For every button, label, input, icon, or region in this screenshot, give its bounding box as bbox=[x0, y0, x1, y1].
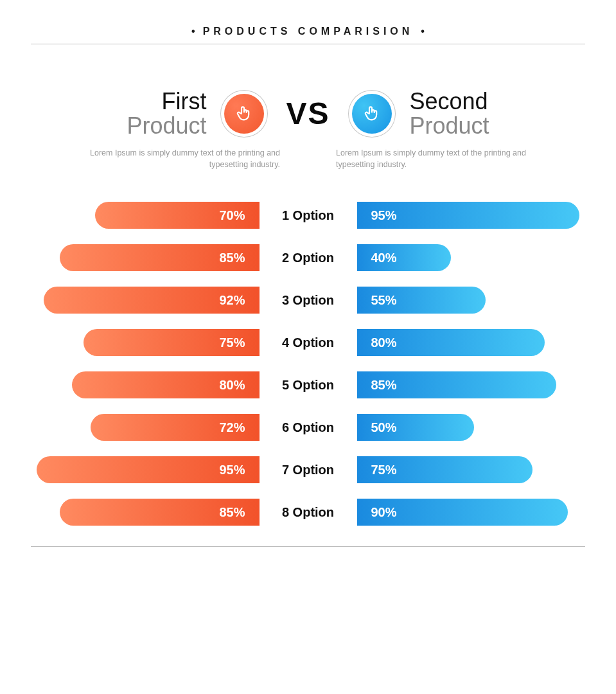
comparison-chart: 70%1 Option95%85%2 Option40%92%3 Option5… bbox=[31, 202, 585, 526]
comparison-row: 80%5 Option85% bbox=[31, 371, 585, 398]
product-left-badge bbox=[220, 90, 268, 138]
bar-slot-right: 90% bbox=[357, 499, 586, 526]
bar-left-value: 72% bbox=[219, 420, 245, 435]
bar-left: 85% bbox=[60, 499, 259, 526]
bar-left-value: 70% bbox=[219, 208, 245, 223]
comparison-row: 70%1 Option95% bbox=[31, 202, 585, 229]
bar-left: 75% bbox=[84, 329, 260, 356]
row-label: 1 Option bbox=[260, 208, 357, 223]
comparison-row: 75%4 Option80% bbox=[31, 329, 585, 356]
bar-slot-right: 85% bbox=[357, 371, 586, 398]
bar-right-value: 95% bbox=[371, 208, 397, 223]
bar-right-value: 50% bbox=[371, 420, 397, 435]
row-label: 3 Option bbox=[260, 293, 357, 308]
bar-right: 50% bbox=[357, 414, 475, 441]
bar-slot-right: 40% bbox=[357, 244, 586, 271]
bar-right: 75% bbox=[357, 456, 533, 483]
bar-slot-right: 55% bbox=[357, 287, 586, 314]
row-label: 8 Option bbox=[260, 505, 357, 520]
product-right-header: Second Product bbox=[348, 89, 554, 138]
bar-left-value: 92% bbox=[219, 293, 245, 308]
product-right-badge bbox=[348, 90, 396, 138]
bar-left: 92% bbox=[44, 287, 260, 314]
bar-slot-left: 80% bbox=[31, 371, 260, 398]
header-row: First Product VS bbox=[31, 89, 585, 138]
bar-right: 55% bbox=[357, 287, 486, 314]
comparison-infographic: PRODUCTS COMPARISION First Product VS bbox=[0, 0, 616, 694]
bar-slot-left: 92% bbox=[31, 287, 260, 314]
bar-left: 95% bbox=[37, 456, 260, 483]
comparison-row: 72%6 Option50% bbox=[31, 414, 585, 441]
bar-right: 90% bbox=[357, 499, 568, 526]
bar-right-value: 90% bbox=[371, 505, 397, 520]
product-right-name-line1: Second bbox=[410, 89, 488, 114]
bar-left-value: 75% bbox=[219, 335, 245, 350]
bar-slot-right: 50% bbox=[357, 414, 586, 441]
row-label: 7 Option bbox=[260, 463, 357, 477]
bar-slot-right: 95% bbox=[357, 202, 586, 229]
bar-left: 72% bbox=[91, 414, 260, 441]
bar-right: 95% bbox=[357, 202, 580, 229]
row-label: 4 Option bbox=[260, 335, 357, 350]
bar-slot-left: 70% bbox=[31, 202, 260, 229]
bar-right-value: 80% bbox=[371, 335, 397, 350]
bar-left: 85% bbox=[60, 244, 259, 271]
bar-left-value: 80% bbox=[219, 378, 245, 393]
bar-left: 70% bbox=[95, 202, 260, 229]
bar-right-value: 55% bbox=[371, 293, 397, 308]
bar-left-value: 85% bbox=[219, 505, 245, 520]
bar-slot-left: 85% bbox=[31, 499, 260, 526]
product-left-title: First Product bbox=[127, 89, 206, 138]
bar-right: 40% bbox=[357, 244, 451, 271]
bar-left-value: 95% bbox=[219, 463, 245, 477]
product-right-name-line2: Product bbox=[410, 114, 489, 138]
subtitle-row: Lorem Ipsum is simply dummy text of the … bbox=[87, 147, 529, 172]
bar-left: 80% bbox=[72, 371, 260, 398]
row-label: 2 Option bbox=[260, 251, 357, 265]
bar-slot-left: 85% bbox=[31, 244, 260, 271]
pointer-icon bbox=[224, 94, 264, 134]
bar-right: 80% bbox=[357, 329, 545, 356]
product-left-subtitle: Lorem Ipsum is simply dummy text of the … bbox=[87, 147, 280, 172]
row-label: 5 Option bbox=[260, 378, 357, 393]
vs-label: VS bbox=[286, 96, 330, 131]
bar-slot-left: 72% bbox=[31, 414, 260, 441]
comparison-row: 85%2 Option40% bbox=[31, 244, 585, 271]
row-label: 6 Option bbox=[260, 420, 357, 435]
product-left-name-line1: First bbox=[162, 89, 207, 114]
page-title: PRODUCTS COMPARISION bbox=[31, 26, 585, 37]
comparison-row: 85%8 Option90% bbox=[31, 499, 585, 526]
product-right-title: Second Product bbox=[410, 89, 489, 138]
divider-bottom bbox=[31, 546, 585, 547]
bar-left-value: 85% bbox=[219, 251, 245, 265]
product-left-name-line2: Product bbox=[127, 114, 206, 138]
comparison-row: 95%7 Option75% bbox=[31, 456, 585, 483]
bar-slot-right: 80% bbox=[357, 329, 586, 356]
bar-slot-left: 95% bbox=[31, 456, 260, 483]
bar-slot-right: 75% bbox=[357, 456, 586, 483]
divider-top bbox=[31, 44, 585, 44]
bar-right-value: 85% bbox=[371, 378, 397, 393]
product-right-subtitle: Lorem Ipsum is simply dummy text of the … bbox=[336, 147, 529, 172]
bar-right-value: 75% bbox=[371, 463, 397, 477]
product-left-header: First Product bbox=[62, 89, 268, 138]
comparison-row: 92%3 Option55% bbox=[31, 287, 585, 314]
bar-slot-left: 75% bbox=[31, 329, 260, 356]
bar-right-value: 40% bbox=[371, 251, 397, 265]
bar-right: 85% bbox=[357, 371, 556, 398]
pointer-icon bbox=[352, 94, 392, 134]
